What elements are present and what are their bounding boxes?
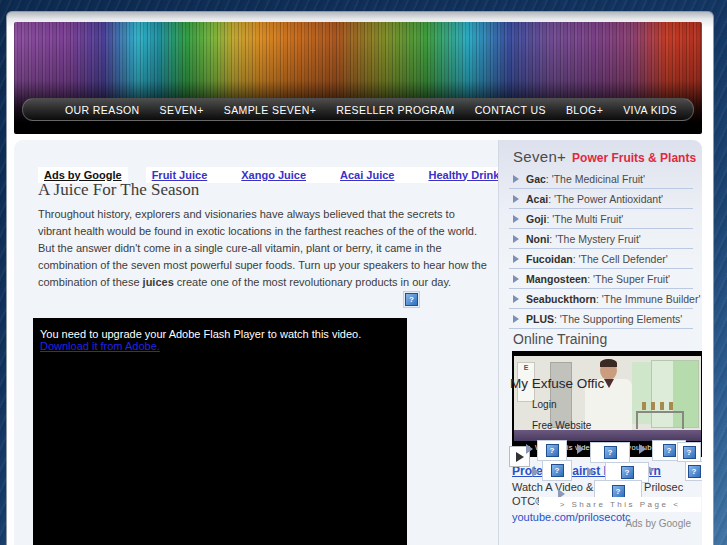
question-mark-icon xyxy=(604,446,617,459)
nav-item-seven[interactable]: SEVEN+ xyxy=(160,104,204,116)
page-title: A Juice For The Season xyxy=(38,180,199,200)
item-name: Acai xyxy=(526,193,548,205)
nav-item-our-reason[interactable]: OUR REASON xyxy=(65,104,140,116)
item-desc: : 'The Super Fruit' xyxy=(587,273,670,285)
nav-item-sample-seven[interactable]: SAMPLE SEVEN+ xyxy=(224,104,316,116)
sidebar-item-noni[interactable]: Noni: 'The Mystery Fruit' xyxy=(509,229,693,249)
item-name: Goji xyxy=(526,213,546,225)
play-arrow-icon xyxy=(513,195,519,203)
content-panel: Ads by Google Fruit Juice Xango Juice Ac… xyxy=(14,140,702,545)
fruit-list: Gac: 'The Medicinal Fruit' Acai: 'The Po… xyxy=(509,169,693,329)
overlay-link-my-exfuse-office[interactable]: My Exfuse Offic xyxy=(510,376,604,391)
play-arrow-icon xyxy=(513,275,519,283)
sidebar-heading: Seven+Power Fruits & Plants xyxy=(513,148,696,166)
rainbow-header-banner: OUR REASON SEVEN+ SAMPLE SEVEN+ RESELLER… xyxy=(14,22,702,134)
nav-item-viva-kids[interactable]: VIVA KIDS xyxy=(623,104,677,116)
play-arrow-icon xyxy=(587,467,594,477)
play-arrow-icon xyxy=(513,315,519,323)
sidebar-item-acai[interactable]: Acai: 'The Power Antioxidant' xyxy=(509,189,693,209)
item-desc: : 'The Power Antioxidant' xyxy=(548,193,663,205)
broken-share-icon[interactable] xyxy=(537,440,567,461)
ads-by-google-attribution[interactable]: Ads by Google xyxy=(625,518,691,529)
question-mark-icon xyxy=(621,466,634,479)
item-name: Seabuckthorn xyxy=(526,293,596,305)
ad-link-healthy-drink[interactable]: Healthy Drink xyxy=(428,169,499,181)
item-name: PLUS xyxy=(526,313,554,325)
nav-item-contact-us[interactable]: CONTACT US xyxy=(475,104,546,116)
question-mark-icon xyxy=(663,444,676,457)
play-arrow-icon xyxy=(532,467,539,477)
broken-share-icon[interactable] xyxy=(542,460,572,481)
item-desc: : 'The Mystery Fruit' xyxy=(549,233,641,245)
sidebar-item-fucoidan[interactable]: Fucoidan: 'The Cell Defender' xyxy=(509,249,693,269)
item-desc: : 'The Supporting Elements' xyxy=(554,313,682,325)
main-column: Ads by Google Fruit Juice Xango Juice Ac… xyxy=(14,140,498,545)
video-still-doctor-office xyxy=(514,356,701,430)
article-text-bold: juices xyxy=(143,276,174,288)
item-name: Fucoidan xyxy=(526,253,573,265)
item-name: Mangosteen xyxy=(526,273,587,285)
play-arrow-icon xyxy=(526,444,533,454)
nav-item-reseller-program[interactable]: RESELLER PROGRAM xyxy=(336,104,454,116)
question-mark-icon xyxy=(688,465,701,478)
google-ad-url-link[interactable]: youtube.com/prilosecotc xyxy=(512,511,631,523)
viva-seven-webpage: { "nav": { "items": ["OUR REASON", "SEVE… xyxy=(0,0,727,545)
play-arrow-icon xyxy=(513,235,519,243)
question-mark-icon xyxy=(683,446,696,459)
article-text-2: create one of the most revolutionary pro… xyxy=(174,276,451,288)
online-training-heading: Online Training xyxy=(513,331,607,347)
table-graphic xyxy=(636,411,684,429)
article-paragraph: Throughout history, explorers and vision… xyxy=(38,206,490,291)
broken-image-icon xyxy=(403,291,420,308)
play-triangle-icon xyxy=(516,452,524,462)
play-arrow-icon xyxy=(513,175,519,183)
sidebar-item-gac[interactable]: Gac: 'The Medicinal Fruit' xyxy=(509,169,693,189)
equipment-graphic xyxy=(550,362,572,428)
page-frame: OUR REASON SEVEN+ SAMPLE SEVEN+ RESELLER… xyxy=(6,11,714,545)
overlay-link-free-website[interactable]: Free Website xyxy=(532,420,591,431)
jars-graphic xyxy=(642,402,676,410)
question-mark-icon xyxy=(551,464,564,477)
sidebar-item-seabuckthorn[interactable]: Seabuckthorn: 'The Immune Builder' xyxy=(509,289,693,309)
question-mark-icon xyxy=(546,444,559,457)
item-name: Gac xyxy=(526,173,546,185)
question-mark-icon xyxy=(405,293,418,306)
play-arrow-icon xyxy=(639,444,646,454)
play-arrow-icon xyxy=(513,295,519,303)
item-desc: : 'The Medicinal Fruit' xyxy=(546,173,645,185)
play-arrow-icon xyxy=(513,215,519,223)
item-name: Noni xyxy=(526,233,549,245)
ad-link-acai-juice[interactable]: Acai Juice xyxy=(340,169,394,181)
ad-link-fruit-juice[interactable]: Fruit Juice xyxy=(152,169,208,181)
play-arrow-icon xyxy=(577,444,584,454)
sidebar-heading-text: Seven+ xyxy=(513,148,566,165)
flash-video-placeholder: You need to upgrade your Adobe Flash Pla… xyxy=(33,318,407,545)
share-this-page-widget[interactable]: > Share This Page < xyxy=(539,497,701,512)
main-navigation: OUR REASON SEVEN+ SAMPLE SEVEN+ RESELLER… xyxy=(22,98,694,121)
sidebar: Seven+Power Fruits & Plants Gac: 'The Me… xyxy=(498,140,702,545)
overlay-link-login[interactable]: Login xyxy=(532,399,556,410)
item-desc: : 'The Immune Builder' xyxy=(596,293,700,305)
sidebar-item-plus[interactable]: PLUS: 'The Supporting Elements' xyxy=(509,309,693,329)
broken-share-icon[interactable] xyxy=(677,442,701,462)
sidebar-item-goji[interactable]: Goji: 'The Multi Fruit' xyxy=(509,209,693,229)
adobe-download-link[interactable]: Download it from Adobe. xyxy=(40,340,160,352)
item-desc: : 'The Cell Defender' xyxy=(573,253,668,265)
ad-link-xango-juice[interactable]: Xango Juice xyxy=(241,169,306,181)
sidebar-heading-accent: Power Fruits & Plants xyxy=(572,151,696,165)
item-desc: : 'The Multi Fruit' xyxy=(546,213,623,225)
play-arrow-icon xyxy=(513,255,519,263)
sidebar-item-mangosteen[interactable]: Mangosteen: 'The Super Fruit' xyxy=(509,269,693,289)
nav-item-blog[interactable]: BLOG+ xyxy=(566,104,603,116)
flash-upgrade-message: You need to upgrade your Adobe Flash Pla… xyxy=(40,328,399,340)
broken-share-icon[interactable] xyxy=(685,461,702,481)
broken-share-icon[interactable] xyxy=(590,442,630,463)
